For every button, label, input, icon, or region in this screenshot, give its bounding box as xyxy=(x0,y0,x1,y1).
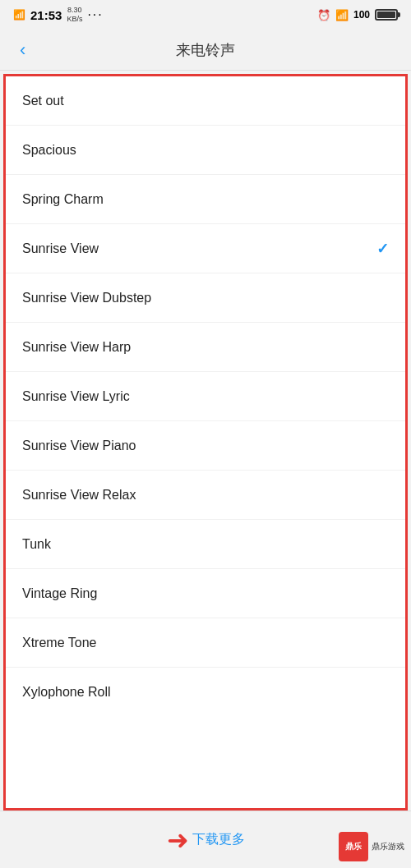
list-item[interactable]: Sunrise View Dubstep xyxy=(6,273,405,323)
list-item[interactable]: Spacious xyxy=(6,126,405,175)
carrier-icon: 📶 xyxy=(13,9,25,21)
battery-indicator: 100 xyxy=(353,9,370,21)
list-item[interactable]: Sunrise View Piano xyxy=(6,421,405,471)
arrow-container: ➜ 下载更多 xyxy=(167,824,245,856)
ringtone-name: Set out xyxy=(22,94,64,108)
status-dots: ··· xyxy=(87,7,103,22)
ringtone-name: Xtreme Tone xyxy=(22,636,96,650)
list-item[interactable]: Sunrise View Relax xyxy=(6,471,405,520)
status-time: 21:53 xyxy=(30,8,62,22)
selected-check-icon: ✓ xyxy=(376,240,389,258)
ringtone-name: Sunrise View Lyric xyxy=(22,389,130,404)
status-right: ⏰ 📶 100 xyxy=(317,9,398,21)
back-button[interactable]: ‹ xyxy=(13,33,32,67)
list-item[interactable]: Tunk xyxy=(6,520,405,569)
list-item[interactable]: Sunrise View Harp xyxy=(6,323,405,372)
wifi-icon: 📶 xyxy=(335,9,349,21)
ringtone-name: Sunrise View Harp xyxy=(22,340,131,355)
list-item[interactable]: Sunrise View Lyric xyxy=(6,372,405,421)
list-item[interactable]: Xtreme Tone xyxy=(6,618,405,668)
ringtone-name: Sunrise View Piano xyxy=(22,439,136,453)
ringtone-name: Sunrise View xyxy=(22,241,99,256)
ringtone-name: Sunrise View Dubstep xyxy=(22,291,151,305)
ringtone-name: Sunrise View Relax xyxy=(22,488,136,503)
ringtone-name: Spacious xyxy=(22,143,76,158)
list-item[interactable]: Xylophone Roll xyxy=(6,668,405,717)
watermark-text: 鼎乐游戏 xyxy=(372,841,404,852)
ringtone-name: Tunk xyxy=(22,537,51,552)
battery-icon xyxy=(375,9,398,21)
nav-bar: ‹ 来电铃声 xyxy=(0,30,411,71)
status-left: 📶 21:53 8.30KB/s ··· xyxy=(13,6,104,24)
list-item[interactable]: Set out xyxy=(6,76,405,126)
status-bar: 📶 21:53 8.30KB/s ··· ⏰ 📶 100 xyxy=(0,0,411,30)
list-item[interactable]: Spring Charm xyxy=(6,175,405,224)
alarm-icon: ⏰ xyxy=(317,9,330,21)
ringtone-name: Vintage Ring xyxy=(22,586,97,601)
list-item[interactable]: Sunrise View✓ xyxy=(6,224,405,273)
data-speed: 8.30KB/s xyxy=(67,6,82,24)
arrow-icon: ➜ xyxy=(167,824,189,856)
ringtone-name: Spring Charm xyxy=(22,192,104,207)
ringtone-name: Xylophone Roll xyxy=(22,685,111,700)
ringtone-list: Set outSpaciousSpring CharmSunrise View✓… xyxy=(3,74,408,811)
watermark: 鼎乐 鼎乐游戏 xyxy=(339,832,404,861)
download-more-button[interactable]: 下载更多 xyxy=(192,831,245,848)
page-title: 来电铃声 xyxy=(176,40,235,60)
list-item[interactable]: Vintage Ring xyxy=(6,569,405,618)
watermark-logo: 鼎乐 xyxy=(339,832,368,861)
